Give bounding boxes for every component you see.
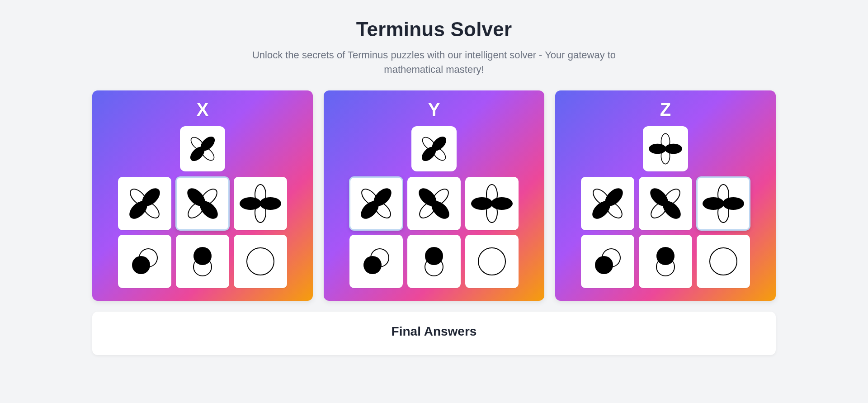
answers-card: Final Answers	[92, 312, 776, 355]
option-tile[interactable]	[639, 177, 692, 230]
preview-tile	[180, 126, 225, 171]
option-tile[interactable]	[118, 235, 171, 288]
symbol-icon	[469, 239, 514, 284]
preview-symbol-icon	[416, 131, 452, 167]
symbol-icon	[585, 181, 630, 226]
symbol-icon	[180, 181, 225, 226]
preview-symbol-icon	[647, 131, 684, 167]
panel-z-preview	[643, 126, 688, 171]
page-subtitle: Unlock the secrets of Terminus puzzles w…	[249, 48, 619, 77]
option-tile[interactable]	[349, 177, 403, 230]
option-tile[interactable]	[581, 235, 634, 288]
option-tile[interactable]	[176, 235, 229, 288]
panel-y-preview	[411, 126, 457, 171]
answers-title: Final Answers	[105, 324, 763, 339]
option-tile[interactable]	[176, 177, 229, 230]
panel-letter: Y	[428, 100, 440, 120]
panel-y-row-2	[332, 235, 536, 288]
panel-x: X	[92, 90, 313, 301]
page: Terminus Solver Unlock the secrets of Te…	[81, 0, 787, 382]
panel-y: Y	[324, 90, 544, 301]
panel-x-preview	[180, 126, 225, 171]
preview-symbol-icon	[184, 131, 221, 167]
symbol-icon	[411, 239, 457, 284]
preview-tile	[643, 126, 688, 171]
option-tile[interactable]	[465, 235, 519, 288]
symbol-icon	[701, 181, 746, 226]
symbol-icon	[122, 181, 167, 226]
option-tile[interactable]	[234, 235, 287, 288]
symbol-icon	[701, 239, 746, 284]
panel-x-row-2	[100, 235, 305, 288]
option-tile[interactable]	[118, 177, 171, 230]
symbol-icon	[122, 239, 167, 284]
panel-letter: Z	[660, 100, 671, 120]
option-tile[interactable]	[697, 177, 750, 230]
symbol-icon	[354, 181, 399, 226]
panel-z-row-2	[563, 235, 768, 288]
panel-x-row-1	[100, 177, 305, 230]
option-tile[interactable]	[407, 177, 461, 230]
symbol-icon	[238, 239, 283, 284]
symbol-icon	[180, 239, 225, 284]
symbol-icon	[411, 181, 457, 226]
option-tile[interactable]	[234, 177, 287, 230]
panel-z-row-1	[563, 177, 768, 230]
preview-tile	[411, 126, 457, 171]
page-title: Terminus Solver	[81, 18, 787, 41]
symbol-icon	[238, 181, 283, 226]
panel-y-row-1	[332, 177, 536, 230]
symbol-icon	[354, 239, 399, 284]
option-tile[interactable]	[639, 235, 692, 288]
symbol-icon	[643, 181, 688, 226]
option-tile[interactable]	[349, 235, 403, 288]
symbol-icon	[585, 239, 630, 284]
option-tile[interactable]	[465, 177, 519, 230]
option-tile[interactable]	[697, 235, 750, 288]
header: Terminus Solver Unlock the secrets of Te…	[81, 18, 787, 77]
panel-z: Z	[555, 90, 776, 301]
symbol-icon	[469, 181, 514, 226]
symbol-icon	[643, 239, 688, 284]
panels-row: X Y	[81, 90, 787, 301]
option-tile[interactable]	[407, 235, 461, 288]
panel-letter: X	[197, 100, 209, 120]
option-tile[interactable]	[581, 177, 634, 230]
